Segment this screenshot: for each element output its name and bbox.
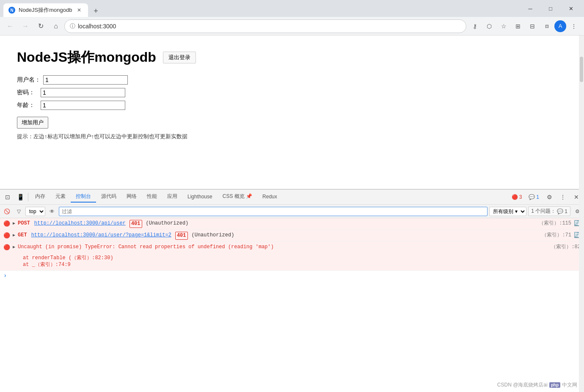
console-level-select[interactable]: 所有级别 ▾	[489, 207, 526, 216]
error-detail-2: at _（索引）:74:9	[16, 261, 113, 269]
watermark-text: CSDN @海底烧烤店ai	[497, 381, 548, 389]
page-scrollbar[interactable]	[579, 36, 584, 392]
error-text-3: Uncaught (in promise) TypeError: Cannot …	[18, 244, 274, 251]
line-ref-2[interactable]: （索引）:71	[538, 232, 571, 239]
status-text-1: (Unauthorized)	[146, 220, 189, 227]
console-error-row-2: 🔴 ▶ GET http://localhost:3000/api/user/?…	[0, 230, 584, 242]
home-button[interactable]: ⌂	[49, 19, 63, 33]
devtools-device-button[interactable]: 📱	[14, 191, 26, 203]
share-icon-button[interactable]: ⬡	[482, 19, 496, 33]
new-tab-button[interactable]: +	[90, 5, 102, 17]
status-box-1: 401	[129, 220, 142, 228]
tab-favicon: N	[8, 7, 15, 14]
method-1: POST	[18, 220, 30, 227]
tab-memory[interactable]: 内存	[30, 191, 50, 203]
tab-application[interactable]: 应用	[162, 191, 182, 203]
cast-icon-button[interactable]: ⊟	[526, 19, 539, 33]
page-hint: 提示：左边↑标志可以增加用户↑也可以左边中更新控制也可更新实数据	[17, 133, 567, 140]
method-2: GET	[18, 232, 27, 239]
console-toolbar: 🚫 ▽ top 👁 所有级别 ▾ 1 个问题： 💬 1 ⚙	[0, 205, 584, 218]
issues-label: 1 个问题：	[531, 208, 556, 215]
age-label: 年龄：	[17, 101, 38, 109]
console-prompt-icon: ›	[3, 272, 7, 279]
console-error-row-3: 🔴 ▶ Uncaught (in promise) TypeError: Can…	[0, 242, 584, 271]
status-box-2: 401	[175, 232, 188, 240]
url-2[interactable]: http://localhost:3000/api/user/?page=1&l…	[31, 232, 171, 239]
watermark-php: php	[549, 382, 560, 388]
address-url: localhost:3000	[78, 23, 461, 30]
console-filter-toggle[interactable]: ▽	[14, 206, 24, 217]
tab-close-button[interactable]: ✕	[75, 6, 83, 14]
username-label: 用户名：	[17, 76, 41, 84]
logout-button[interactable]: 退出登录	[163, 52, 196, 63]
watermark-cn: 中文网	[562, 381, 577, 389]
webpage-content: NodeJS操作mongodb 退出登录 用户名： 密码： 年龄： 增加用户 提…	[0, 36, 584, 189]
back-button[interactable]: ←	[3, 19, 17, 33]
bookmark-icon-button[interactable]: ☆	[497, 19, 510, 33]
expand-icon-2[interactable]: ▶	[13, 233, 15, 238]
error-icon-1: 🔴	[3, 220, 10, 228]
error-count: 3	[519, 194, 522, 200]
expand-icon-1[interactable]: ▶	[13, 221, 15, 227]
error-icon-3: 🔴	[3, 244, 10, 252]
message-icon: 💬	[529, 194, 535, 200]
more-menu-button[interactable]: ⋮	[567, 19, 581, 33]
tab-performance[interactable]: 性能	[142, 191, 162, 203]
line-ref-1[interactable]: （索引）:115	[535, 220, 571, 227]
console-prompt-row: ›	[0, 271, 584, 281]
browser-tab[interactable]: N NodeJS操作mongodb ✕	[3, 3, 88, 17]
devtools-more-button[interactable]: ⋮	[557, 191, 569, 203]
page-title: NodeJS操作mongodb	[17, 48, 156, 67]
tab-sources[interactable]: 源代码	[96, 191, 121, 203]
error-badge: 🔴 3	[509, 193, 525, 201]
console-clear-button[interactable]: 🚫	[2, 206, 12, 217]
console-filter-input[interactable]	[59, 207, 488, 216]
scrollbar-thumb	[580, 57, 583, 82]
username-input[interactable]	[43, 75, 128, 85]
issues-message-icon: 💬	[557, 208, 563, 214]
console-output: 🔴 ▶ POST http://localhost:3000/api/user …	[0, 218, 584, 392]
console-issues-button[interactable]: 1 个问题： 💬 1	[528, 206, 570, 216]
error-icon: 🔴	[512, 194, 518, 200]
profile-icon-button[interactable]: A	[554, 20, 566, 32]
address-security-icon: ⓘ	[70, 22, 75, 30]
tab-lighthouse[interactable]: Lighthouse	[182, 192, 218, 202]
expand-icon-3[interactable]: ▶	[13, 244, 15, 250]
password-label: 密码：	[17, 89, 38, 96]
age-input[interactable]	[41, 101, 125, 110]
extensions-icon-button[interactable]: ⊞	[511, 19, 525, 33]
watermark: CSDN @海底烧烤店ai php 中文网	[497, 381, 577, 389]
status-text-2: (Unauthorized)	[192, 232, 234, 239]
tab-network[interactable]: 网络	[121, 191, 142, 203]
add-user-button[interactable]: 增加用户	[17, 117, 48, 129]
address-bar[interactable]: ⓘ localhost:3000	[64, 19, 466, 33]
refresh-button[interactable]: ↻	[34, 19, 47, 33]
devtools-inspect-button[interactable]: ⊡	[2, 191, 14, 203]
close-button[interactable]: ✕	[561, 2, 581, 15]
tab-elements[interactable]: 元素	[50, 191, 71, 203]
maximize-button[interactable]: □	[541, 2, 560, 15]
console-context-select[interactable]: top	[25, 207, 45, 216]
message-badge: 💬 1	[526, 193, 542, 201]
issues-count: 1	[565, 208, 567, 214]
split-icon-button[interactable]: ⧈	[540, 19, 554, 33]
tab-css-overview[interactable]: CSS 概览 📌	[218, 191, 257, 203]
minimize-button[interactable]: ─	[521, 2, 540, 15]
line-ref-3[interactable]: （索引）:82	[548, 244, 581, 251]
devtools-toolbar: ⊡ 📱 内存 元素 控制台 源代码 网络 性能 应用 Lighthouse CS…	[0, 189, 584, 205]
tab-console[interactable]: 控制台	[71, 191, 96, 203]
tab-redux[interactable]: Redux	[257, 192, 282, 202]
tab-title: NodeJS操作mongodb	[19, 6, 72, 14]
error-detail-1: at renderTable (（索引）:82:30)	[16, 255, 113, 262]
console-eye-button[interactable]: 👁	[47, 206, 57, 217]
devtools-settings-button[interactable]: ⚙	[543, 191, 555, 203]
console-error-row-1: 🔴 ▶ POST http://localhost:3000/api/user …	[0, 218, 584, 230]
key-icon-button[interactable]: ⚷	[468, 19, 482, 33]
devtools-tabs: 内存 元素 控制台 源代码 网络 性能 应用 Lighthouse CSS 概览…	[30, 191, 508, 203]
forward-button[interactable]: →	[19, 19, 32, 33]
error-icon-2: 🔴	[3, 232, 10, 240]
devtools-separator	[28, 193, 28, 201]
devtools-panel: ⊡ 📱 内存 元素 控制台 源代码 网络 性能 应用 Lighthouse CS…	[0, 189, 584, 392]
password-input[interactable]	[41, 88, 125, 97]
url-1[interactable]: http://localhost:3000/api/user	[34, 220, 126, 227]
